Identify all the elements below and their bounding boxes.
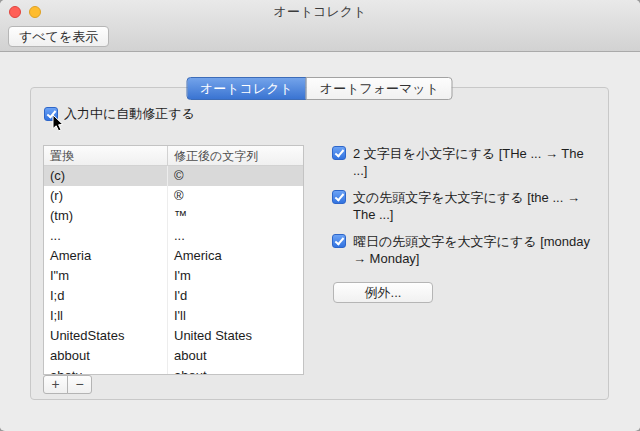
replace-cell: (r) [44,186,168,206]
replace-cell: ... [44,226,168,246]
autocorrect-while-typing-label: 入力中に自動修正する [64,105,195,123]
replace-cell: I;ll [44,306,168,326]
replace-cell: I;d [44,286,168,306]
with-cell: about [168,366,303,375]
column-header-replace[interactable]: 置換 [44,146,168,165]
table-row[interactable]: I;d I'd [44,286,303,306]
content-area: オートコレクト オートフォーマット 入力中に自動修正する 置換 修正後の文字列 … [0,52,640,430]
table-row[interactable]: (r) ® [44,186,303,206]
add-row-button[interactable]: + [43,375,68,394]
replace-cell: Ameria [44,246,168,266]
tab-bar: オートコレクト オートフォーマット [186,77,453,100]
replace-cell: abbout [44,346,168,366]
table-row[interactable]: ... ... [44,226,303,246]
table-row[interactable]: abotu about [44,366,303,375]
exceptions-button[interactable]: 例外... [333,282,433,303]
minimize-icon[interactable] [29,6,41,18]
show-all-button[interactable]: すべてを表示 [8,26,109,47]
table-row[interactable]: abbout about [44,346,303,366]
table-row[interactable]: (c) © [44,166,303,186]
traffic-lights [9,6,41,18]
with-cell: I'll [168,306,303,326]
with-cell: America [168,246,303,266]
replace-cell: abotu [44,366,168,375]
autocorrect-window: オートコレクト すべてを表示 オートコレクト オートフォーマット 入力中に自動修… [0,0,640,431]
with-cell: I'm [168,266,303,286]
checkbox-checked-icon[interactable] [332,234,346,248]
tab-autoformat[interactable]: オートフォーマット [306,77,453,100]
autocorrect-while-typing-checkbox[interactable]: 入力中に自動修正する [44,105,195,123]
table-row[interactable]: I;ll I'll [44,306,303,326]
replace-cell: UnitedStates [44,326,168,346]
lowercase-second-letter-checkbox[interactable]: 2 文字目を小文字にする [THe ... → The ...] [332,145,604,179]
close-icon[interactable] [9,6,21,18]
with-cell: United States [168,326,303,346]
capitalize-sentence-label: 文の先頭文字を大文字にする [the ... → The ...] [353,189,591,223]
table-row[interactable]: (tm) ™ [44,206,303,226]
remove-row-button[interactable]: − [67,375,92,394]
window-header: オートコレクト すべてを表示 [0,0,640,52]
table-row[interactable]: Ameria America [44,246,303,266]
replacement-table[interactable]: 置換 修正後の文字列 (c) © (r) ® (tm) ™ ... ... [43,145,304,375]
replace-cell: (c) [44,166,168,186]
capitalize-weekday-checkbox[interactable]: 曜日の先頭文字を大文字にする [monday → Monday] [332,233,604,267]
tab-autocorrect[interactable]: オートコレクト [186,77,307,100]
table-row[interactable]: UnitedStates United States [44,326,303,346]
table-row[interactable]: I"m I'm [44,266,303,286]
lowercase-second-letter-label: 2 文字目を小文字にする [THe ... → The ...] [353,145,591,179]
mouse-cursor-icon [52,114,65,133]
checkbox-checked-icon[interactable] [332,146,346,160]
with-cell: ™ [168,206,303,226]
capitalize-weekday-label: 曜日の先頭文字を大文字にする [monday → Monday] [353,233,591,267]
with-cell: ... [168,226,303,246]
with-cell: ® [168,186,303,206]
column-header-with[interactable]: 修正後の文字列 [168,146,303,165]
checkbox-checked-icon[interactable] [332,190,346,204]
add-remove-bar: + − [43,375,92,394]
titlebar[interactable]: オートコレクト [0,0,640,22]
settings-panel: オートコレクト オートフォーマット 入力中に自動修正する 置換 修正後の文字列 … [30,87,609,400]
with-cell: © [168,166,303,186]
table-header: 置換 修正後の文字列 [44,146,303,166]
capitalize-sentence-checkbox[interactable]: 文の先頭文字を大文字にする [the ... → The ...] [332,189,604,223]
with-cell: about [168,346,303,366]
replace-cell: I"m [44,266,168,286]
with-cell: I'd [168,286,303,306]
replace-cell: (tm) [44,206,168,226]
window-title: オートコレクト [0,0,640,24]
options-column: 2 文字目を小文字にする [THe ... → The ...] 文の先頭文字を… [332,145,604,303]
